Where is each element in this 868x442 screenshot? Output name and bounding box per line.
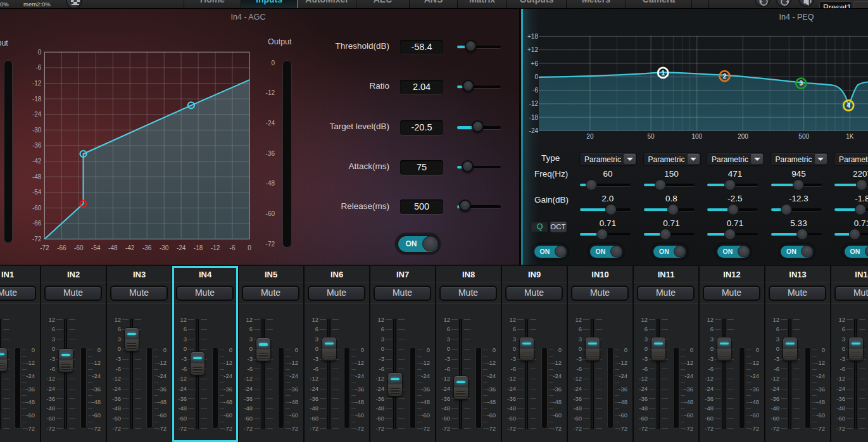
svg-text:-18: -18 bbox=[194, 244, 203, 251]
svg-text:-12: -12 bbox=[529, 100, 539, 107]
svg-text:-42: -42 bbox=[125, 244, 135, 251]
svg-text:-24: -24 bbox=[529, 127, 539, 134]
svg-text:+18: +18 bbox=[527, 33, 538, 40]
svg-text:-18: -18 bbox=[529, 114, 539, 121]
svg-text:-36: -36 bbox=[142, 244, 152, 251]
svg-text:-42: -42 bbox=[32, 158, 42, 165]
svg-text:-60: -60 bbox=[74, 244, 84, 251]
svg-text:-6: -6 bbox=[35, 64, 41, 71]
svg-text:+12: +12 bbox=[527, 46, 538, 53]
svg-text:0: 0 bbox=[534, 73, 538, 80]
svg-text:-72: -72 bbox=[32, 236, 42, 243]
svg-text:-48: -48 bbox=[108, 244, 118, 251]
svg-text:-24: -24 bbox=[177, 244, 186, 251]
svg-text:-6: -6 bbox=[532, 87, 538, 94]
svg-text:-72: -72 bbox=[40, 244, 49, 251]
svg-text:0: 0 bbox=[38, 49, 42, 56]
svg-text:-60: -60 bbox=[32, 205, 42, 212]
svg-text:+6: +6 bbox=[531, 60, 539, 67]
svg-text:-12: -12 bbox=[211, 244, 220, 251]
svg-text:-24: -24 bbox=[32, 111, 42, 118]
svg-text:-54: -54 bbox=[32, 189, 42, 196]
svg-text:-30: -30 bbox=[160, 244, 169, 251]
svg-text:-18: -18 bbox=[32, 96, 42, 103]
svg-text:-66: -66 bbox=[57, 244, 66, 251]
svg-text:-54: -54 bbox=[91, 244, 101, 251]
svg-text:-66: -66 bbox=[32, 220, 42, 227]
svg-text:-36: -36 bbox=[32, 142, 42, 149]
svg-text:-48: -48 bbox=[32, 174, 42, 180]
svg-text:-12: -12 bbox=[32, 80, 42, 87]
svg-text:-30: -30 bbox=[32, 127, 42, 134]
svg-text:-6: -6 bbox=[230, 244, 236, 251]
